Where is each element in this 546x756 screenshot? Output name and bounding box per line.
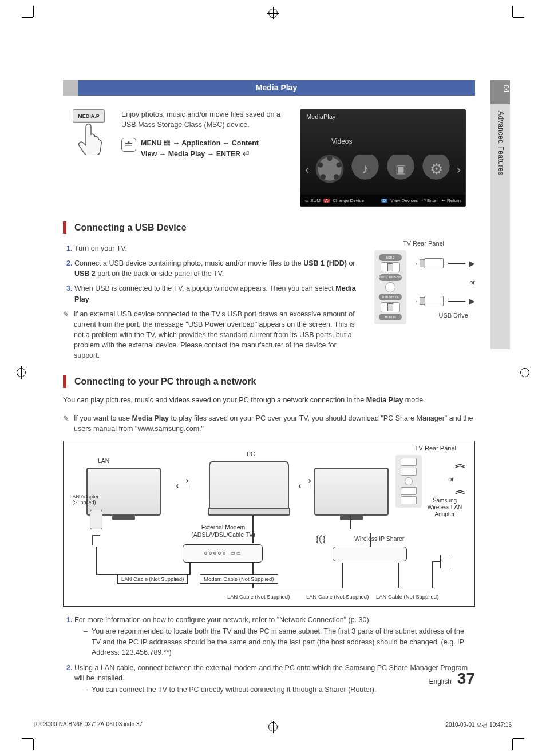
or-label: or bbox=[448, 476, 454, 482]
menu-path-line1: MENU 𝍌 → Application → Content bbox=[141, 139, 259, 147]
lan-adapter-icon bbox=[90, 510, 102, 529]
audio-port-icon bbox=[385, 282, 395, 292]
cable-label: Modem Cable (Not Supplied) bbox=[200, 574, 278, 584]
wifi-waves-icon: ⦅⦅⦅ bbox=[315, 533, 326, 545]
shot-change-device: Change Device bbox=[333, 198, 364, 203]
port-label-usb1: USB 1(HDD) bbox=[379, 294, 402, 300]
page-number: 37 bbox=[457, 670, 475, 688]
hand-icon bbox=[73, 122, 104, 155]
net-step-1-sub: You are recommended to locate both the T… bbox=[84, 626, 475, 658]
sharer-label: Wireless IP Sharer bbox=[354, 535, 404, 542]
registration-mark bbox=[519, 366, 531, 379]
svg-rect-1 bbox=[125, 145, 132, 146]
registration-mark bbox=[15, 366, 27, 379]
cable-label: LAN Cable (Not Supplied) bbox=[373, 592, 442, 601]
wifi-icon: ⟫ bbox=[454, 463, 466, 469]
port-label-usb2: USB 2 bbox=[379, 254, 402, 261]
usb-steps: Turn on your TV. Connect a USB device co… bbox=[63, 243, 363, 304]
page-language: English bbox=[429, 678, 451, 686]
mini-rear-panel bbox=[395, 455, 422, 508]
menu-path: MENU 𝍌 → Application → Content View → Me… bbox=[141, 138, 259, 160]
print-timestamp: 2010-09-01 오전 10:47:16 bbox=[445, 721, 512, 729]
svg-rect-0 bbox=[125, 143, 132, 144]
tv-rear-label: TV Rear Panel bbox=[415, 445, 456, 452]
mediap-key-label: MEDIA.P bbox=[73, 109, 105, 123]
cable-label: LAN Cable (Not Supplied) bbox=[224, 592, 293, 601]
chapter-tab: 04 Advanced Features bbox=[490, 80, 510, 349]
pc-icon bbox=[209, 461, 289, 511]
tv-icon bbox=[86, 468, 161, 516]
wifi-icon: ⟫ bbox=[454, 489, 466, 495]
usb-heading: Connecting a USB Device bbox=[74, 223, 187, 233]
section-banner-title: Media Play bbox=[256, 83, 297, 92]
pc-heading: Connecting to your PC through a network bbox=[74, 377, 256, 387]
lan-plug-icon bbox=[92, 535, 100, 545]
arrow-right-icon: › bbox=[457, 163, 461, 177]
photos-thumb-icon bbox=[386, 155, 415, 183]
arrow-left-icon: ‹ bbox=[305, 163, 309, 177]
usb-note: If an external USB device connected to t… bbox=[74, 309, 363, 361]
net-step-1: For more information on how to configure… bbox=[74, 615, 475, 658]
lan-adapter-label: LAN Adapter (Supplied) bbox=[67, 494, 101, 505]
router-icon bbox=[333, 547, 407, 561]
pc-label: PC bbox=[247, 450, 255, 457]
usb-drive-label: USB Drive bbox=[432, 312, 475, 319]
bidir-arrow-icon: ⟶⟵ bbox=[176, 478, 189, 489]
shot-sum-label: SUM bbox=[310, 198, 321, 203]
music-thumb-icon bbox=[351, 155, 379, 183]
chapter-label: Advanced Features bbox=[497, 111, 505, 176]
samsung-wlan-label: Samsung Wireless LAN Adapter bbox=[422, 497, 468, 518]
badge-d: D bbox=[381, 199, 387, 203]
shot-title: MediaPlay bbox=[306, 113, 335, 120]
settings-thumb-icon bbox=[422, 155, 450, 183]
menu-button-icon bbox=[121, 138, 136, 152]
note-icon: ✎ bbox=[63, 414, 69, 434]
intro-description: Enjoy photos, music and/or movie files s… bbox=[121, 109, 287, 130]
usb-step-3: When USB is connected to the TV, a popup… bbox=[74, 283, 363, 304]
port-label-audio: DIGITAL AUDIO OUT bbox=[379, 274, 402, 281]
usb-port-icon bbox=[381, 262, 400, 272]
lan-label: LAN bbox=[98, 457, 109, 464]
shot-return: ↩ Return bbox=[442, 198, 461, 203]
tv-icon bbox=[314, 468, 389, 516]
usb-step-2: Connect a USB device containing photo, m… bbox=[74, 258, 363, 279]
badge-a: A bbox=[323, 199, 330, 203]
shot-footer-left: ▭ SUM A Change Device bbox=[305, 198, 364, 203]
chapter-number: 04 bbox=[496, 85, 510, 92]
rear-panel-caption: TV Rear Panel bbox=[372, 240, 475, 247]
mediaplay-screenshot: MediaPlay Videos ‹ › ▭ SUM A Change Devi… bbox=[300, 109, 466, 207]
usb-port-icon bbox=[381, 302, 400, 312]
network-diagram: LAN LAN Adapter (Supplied) PC TV Rear Pa… bbox=[63, 441, 475, 607]
section-banner: Media Play bbox=[63, 80, 475, 96]
bidir-arrow-icon: ⟶⟵ bbox=[298, 478, 311, 489]
videos-thumb-icon bbox=[315, 155, 344, 183]
shot-tab: Videos bbox=[331, 137, 352, 145]
usb-drive-icon bbox=[424, 296, 444, 306]
pc-note: If you want to use Media Play to play fi… bbox=[74, 413, 475, 434]
shot-footer-right: D View Devices ⏎ Enter ↩ Return bbox=[379, 198, 461, 203]
remote-mediap-illustration: MEDIA.P bbox=[69, 109, 109, 158]
modem-icon: ▭ ▭ bbox=[183, 544, 263, 563]
cable-label: LAN Cable (Not Supplied) bbox=[303, 592, 372, 601]
shot-enter: ⏎ Enter bbox=[422, 198, 438, 203]
cable-label: LAN Cable (Not Supplied) bbox=[117, 574, 188, 584]
wlan-adapter-icon bbox=[440, 555, 449, 568]
section-marker bbox=[63, 221, 66, 234]
pc-intro: You can play pictures, music and videos … bbox=[63, 395, 475, 406]
usb-step-1: Turn on your TV. bbox=[74, 243, 363, 254]
or-label: or bbox=[469, 279, 475, 286]
usb-drive-icon bbox=[424, 258, 444, 268]
print-filename: [UC8000-NA]BN68-02712A-06L03.indb 37 bbox=[34, 721, 143, 729]
note-icon: ✎ bbox=[63, 310, 69, 361]
shot-view-devices: View Devices bbox=[390, 198, 418, 203]
modem-label: External Modem (ADSL/VDSL/Cable TV) bbox=[180, 524, 266, 539]
section-marker bbox=[63, 375, 66, 388]
svg-point-2 bbox=[128, 141, 130, 143]
menu-path-line2: View → Media Play → ENTER ⏎ bbox=[141, 150, 249, 158]
port-label-hdmi: HDMI IN bbox=[379, 314, 402, 320]
registration-mark bbox=[267, 7, 279, 19]
rear-panel-figure: TV Rear Panel USB 2 DIGITAL AUDIO OUT US… bbox=[372, 240, 475, 361]
